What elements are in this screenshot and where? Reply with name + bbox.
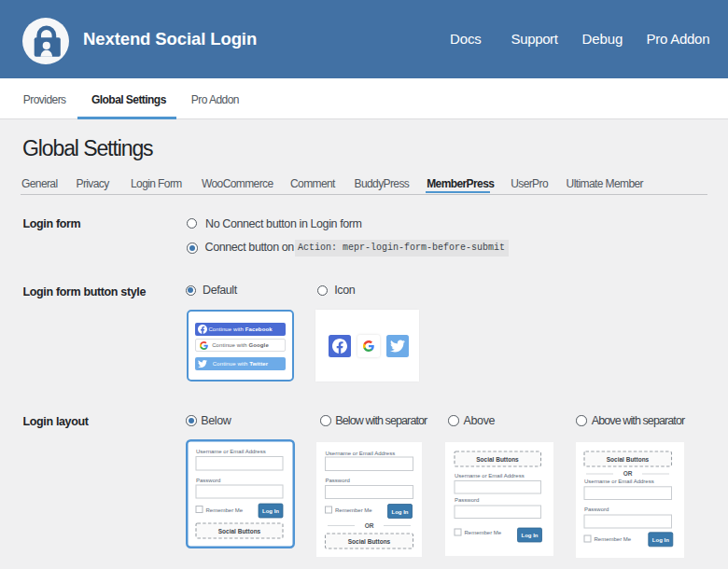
svg-text:Log In: Log In: [391, 508, 408, 514]
svg-text:Password: Password: [325, 478, 349, 483]
svg-text:Log In: Log In: [262, 508, 279, 514]
svg-text:Username or Email Address: Username or Email Address: [196, 449, 266, 454]
svg-text:Social Buttons: Social Buttons: [607, 455, 650, 462]
svg-text:OR: OR: [623, 470, 633, 477]
svg-text:Remember Me: Remember Me: [335, 507, 372, 513]
svg-text:Social Buttons: Social Buttons: [347, 537, 390, 544]
svg-text:Username or Email Address: Username or Email Address: [455, 472, 525, 478]
svg-text:Password: Password: [455, 497, 479, 503]
svg-text:Password: Password: [584, 507, 609, 512]
svg-text:Username or Email Address: Username or Email Address: [325, 451, 395, 456]
svg-text:Social Buttons: Social Buttons: [217, 528, 260, 534]
svg-text:OR: OR: [364, 522, 373, 529]
svg-text:Remember Me: Remember Me: [595, 536, 632, 542]
svg-text:Log In: Log In: [522, 533, 539, 538]
svg-text:Social Buttons: Social Buttons: [476, 455, 519, 462]
svg-text:Remember Me: Remember Me: [205, 507, 243, 513]
svg-text:Username or Email Address: Username or Email Address: [584, 479, 654, 484]
svg-text:Remember Me: Remember Me: [465, 530, 502, 535]
svg-text:Password: Password: [196, 478, 220, 483]
svg-text:Log In: Log In: [652, 536, 669, 542]
